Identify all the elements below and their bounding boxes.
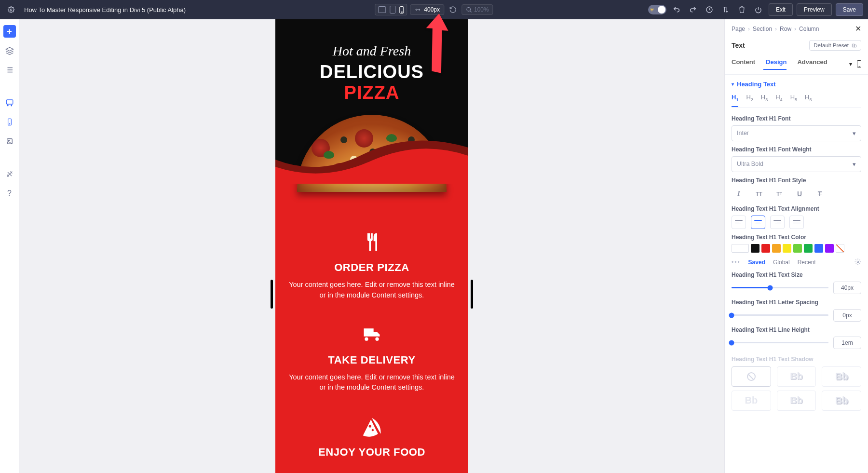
palette-global[interactable]: Global (773, 259, 790, 266)
desktop-icon[interactable] (378, 6, 386, 13)
tab-overflow-icon[interactable]: ▾ (849, 61, 852, 68)
resize-handle-left[interactable] (271, 280, 273, 309)
shadow-none[interactable] (732, 366, 771, 387)
italic-button[interactable]: I (732, 187, 746, 201)
label-weight: Heading Text H1 Font Weight (732, 146, 861, 153)
palette-recent[interactable]: Recent (798, 259, 816, 266)
preset-selector[interactable]: Default Preset (809, 40, 861, 51)
tab-h4[interactable]: H4 (775, 94, 782, 107)
palette-more-icon[interactable]: ••• (732, 259, 741, 266)
feature-block[interactable]: ENJOY YOUR FOOD (289, 416, 455, 459)
preview-button[interactable]: Preview (797, 3, 832, 16)
crumb-section[interactable]: Section (753, 26, 772, 32)
shadow-preset-1[interactable]: Bb (777, 366, 816, 387)
align-right-button[interactable] (770, 216, 785, 229)
tab-h5[interactable]: H5 (790, 94, 797, 107)
responsive-mobile-icon[interactable] (3, 116, 16, 128)
resize-handle-right[interactable] (471, 280, 473, 309)
trash-icon[interactable] (736, 3, 748, 16)
align-justify-button[interactable] (789, 216, 804, 229)
underline-button[interactable]: U (792, 187, 807, 201)
feature-block[interactable]: ORDER PIZZA Your content goes here. Edit… (289, 231, 455, 301)
tab-h6[interactable]: H6 (805, 94, 812, 107)
shadow-preset-4[interactable]: Bb (777, 391, 816, 411)
swatch-black[interactable] (751, 244, 760, 253)
tab-h1[interactable]: H1 (732, 94, 738, 107)
swatch-transparent[interactable] (836, 244, 844, 253)
zoom-input[interactable]: 100% (461, 4, 493, 15)
tablet-icon[interactable] (390, 6, 395, 14)
responsive-desktop-icon[interactable] (3, 96, 16, 109)
sort-icon[interactable] (719, 3, 732, 16)
feature-block[interactable]: TAKE DELIVERY Your content goes here. Ed… (289, 324, 455, 393)
add-button[interactable]: + (3, 25, 16, 38)
palette-saved[interactable]: Saved (748, 259, 765, 266)
theme-toggle[interactable]: ☀ (648, 5, 666, 14)
line-height-value[interactable]: 1em (833, 337, 861, 349)
letter-spacing-slider[interactable] (732, 314, 828, 316)
font-style-buttons: I TT TT U T (732, 187, 861, 201)
reset-width-button[interactable] (447, 4, 459, 15)
pizza-slice-icon (361, 416, 382, 437)
exit-button[interactable]: Exit (769, 3, 793, 16)
section-heading-text[interactable]: ▾Heading Text (732, 81, 861, 88)
align-center-button[interactable] (751, 216, 765, 229)
text-size-slider[interactable] (732, 287, 828, 288)
image-stack-icon[interactable] (3, 135, 16, 148)
viewport-width-input[interactable]: 400px (410, 4, 444, 15)
tab-design[interactable]: Design (766, 58, 787, 69)
crumb-page[interactable]: Page (732, 26, 745, 32)
swatch-green[interactable] (804, 244, 813, 253)
panel-header: Page› Section› Row› Column ✕ Text Defaul… (725, 19, 868, 75)
font-weight-select[interactable]: Ultra Bold▾ (732, 156, 861, 172)
font-select[interactable]: Inter▾ (732, 125, 861, 141)
swatch-lightgreen[interactable] (793, 244, 802, 253)
swatch-red[interactable] (761, 244, 770, 253)
responsive-toggle-icon[interactable] (857, 60, 861, 68)
close-icon[interactable]: ✕ (855, 24, 861, 33)
panel-body[interactable]: ▾Heading Text H1 H2 H3 H4 H5 H6 Heading … (725, 75, 868, 473)
palette-settings-icon[interactable] (854, 258, 861, 267)
swatch-white[interactable] (732, 244, 749, 253)
settings-panel: Page› Section› Row› Column ✕ Text Defaul… (724, 19, 868, 473)
strikethrough-button[interactable]: T (813, 187, 827, 201)
list-icon[interactable] (3, 64, 16, 76)
device-switcher (375, 4, 407, 15)
redo-icon[interactable] (687, 3, 699, 16)
power-icon[interactable] (752, 3, 765, 16)
align-left-button[interactable] (732, 216, 746, 229)
utensils-icon (361, 231, 382, 253)
page-preview[interactable]: Hot and Fresh DELICIOUS PIZZA (275, 19, 468, 473)
hero-subtitle[interactable]: Hot and Fresh (285, 43, 459, 59)
letter-spacing-value[interactable]: 0px (833, 309, 861, 322)
hero-heading-line2[interactable]: PIZZA (285, 82, 459, 103)
swatch-purple[interactable] (825, 244, 834, 253)
swatch-blue[interactable] (814, 244, 823, 253)
tab-advanced[interactable]: Advanced (797, 58, 827, 69)
tools-icon[interactable] (3, 168, 16, 180)
tab-h3[interactable]: H3 (761, 94, 768, 107)
save-button[interactable]: Save (836, 3, 863, 16)
phone-icon[interactable] (399, 6, 404, 14)
crumb-column[interactable]: Column (799, 26, 819, 32)
swatch-yellow[interactable] (783, 244, 791, 253)
layers-icon[interactable] (3, 44, 16, 57)
editor-canvas: Hot and Fresh DELICIOUS PIZZA (19, 19, 724, 473)
crumb-row[interactable]: Row (780, 26, 791, 32)
smallcaps-button[interactable]: TT (772, 187, 787, 201)
shadow-preset-2[interactable]: Bb (822, 366, 861, 387)
settings-gear-icon[interactable] (5, 3, 17, 16)
text-size-value[interactable]: 40px (833, 282, 861, 294)
tab-h2[interactable]: H2 (746, 94, 753, 107)
tab-content[interactable]: Content (732, 58, 755, 69)
undo-icon[interactable] (670, 3, 683, 16)
swatch-orange[interactable] (772, 244, 781, 253)
history-icon[interactable] (703, 3, 716, 16)
shadow-preset-3[interactable]: Bb (732, 391, 771, 411)
line-height-slider[interactable] (732, 342, 828, 343)
help-icon[interactable]: ? (3, 187, 16, 200)
svg-point-7 (9, 123, 10, 124)
shadow-preset-5[interactable]: Bb (822, 391, 861, 411)
uppercase-button[interactable]: TT (752, 187, 766, 201)
hero-heading-line1[interactable]: DELICIOUS (285, 62, 459, 82)
